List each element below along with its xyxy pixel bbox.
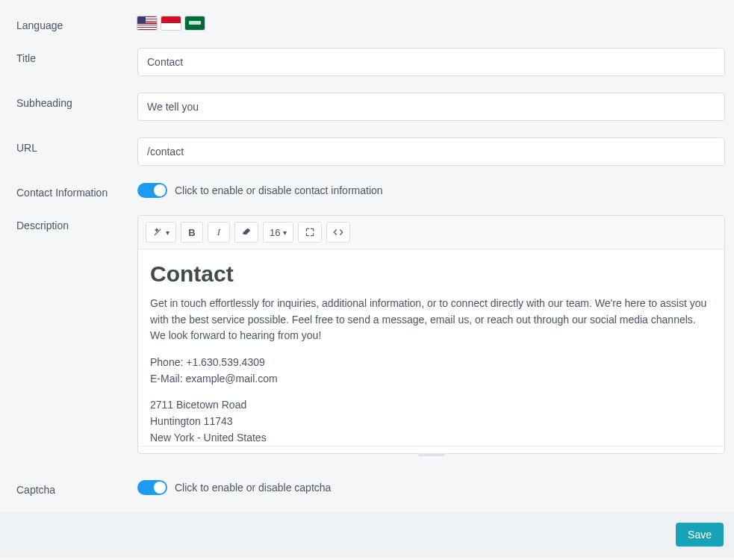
language-flags: [137, 16, 725, 30]
editor-bold-button[interactable]: B: [181, 222, 203, 243]
row-captcha: Captcha Click to enable or disable captc…: [16, 479, 725, 496]
editor-email: E-Mail: example@mail.com: [150, 373, 278, 385]
label-title: Title: [16, 48, 137, 64]
editor-addr3: New York - United States: [150, 432, 267, 444]
chevron-down-icon: ▾: [166, 228, 169, 237]
label-contact-info: Contact Information: [16, 182, 137, 199]
expand-icon: [305, 227, 315, 237]
subheading-input[interactable]: [137, 93, 725, 121]
row-contact-info: Contact Information Click to enable or d…: [16, 182, 725, 199]
contact-info-toggle[interactable]: [137, 183, 167, 198]
rich-text-editor: ▾ B I 16 ▾: [137, 215, 725, 454]
editor-phone: Phone: +1.630.539.4309: [150, 356, 265, 368]
label-url: URL: [16, 137, 137, 154]
editor-heading: Contact: [150, 261, 712, 287]
label-subheading: Subheading: [16, 93, 137, 109]
row-description: Description ▾ B I 16 ▾: [16, 215, 725, 454]
row-title: Title: [16, 48, 725, 76]
flag-id-icon[interactable]: [161, 16, 181, 30]
footer-bar: Save: [0, 512, 734, 557]
label-language: Language: [16, 15, 137, 31]
url-input[interactable]: [137, 137, 725, 166]
editor-fullscreen-button[interactable]: [298, 222, 322, 243]
title-input[interactable]: [137, 48, 725, 76]
magic-wand-icon: [152, 227, 163, 237]
row-url: URL: [16, 137, 725, 166]
flag-us-icon[interactable]: [137, 16, 157, 30]
editor-style-button[interactable]: ▾: [146, 222, 176, 243]
label-captcha: Captcha: [16, 479, 137, 496]
editor-intro: Get in touch effortlessly for inquiries,…: [150, 296, 712, 344]
editor-contact-block: Phone: +1.630.539.4309 E-Mail: example@m…: [150, 355, 712, 387]
editor-fontsize-value: 16: [270, 227, 280, 238]
editor-code-button[interactable]: [326, 222, 350, 243]
editor-address-block: 2711 Bicetown Road Huntington 11743 New …: [150, 397, 712, 446]
editor-fontsize-button[interactable]: 16 ▾: [263, 222, 293, 243]
editor-addr2: Huntington 11743: [150, 415, 233, 427]
flag-sa-icon[interactable]: [185, 16, 205, 30]
chevron-down-icon: ▾: [283, 228, 287, 237]
editor-addr1: 2711 Bicetown Road: [150, 399, 246, 411]
row-language: Language: [16, 15, 725, 31]
save-button[interactable]: Save: [676, 523, 724, 547]
captcha-toggle-label: Click to enable or disable captcha: [175, 482, 331, 494]
editor-erase-button[interactable]: [234, 222, 258, 243]
captcha-toggle[interactable]: [137, 480, 167, 495]
editor-italic-button[interactable]: I: [208, 222, 230, 243]
code-icon: [333, 227, 343, 237]
contact-info-toggle-label: Click to enable or disable contact infor…: [175, 184, 383, 196]
editor-resize-handle[interactable]: [138, 446, 724, 453]
eraser-icon: [241, 227, 252, 237]
label-description: Description: [16, 215, 137, 231]
editor-toolbar: ▾ B I 16 ▾: [138, 216, 724, 249]
settings-form: Language Title Subheading URL Contact In…: [0, 0, 734, 512]
editor-content[interactable]: Contact Get in touch effortlessly for in…: [138, 249, 724, 446]
row-subheading: Subheading: [16, 93, 725, 121]
